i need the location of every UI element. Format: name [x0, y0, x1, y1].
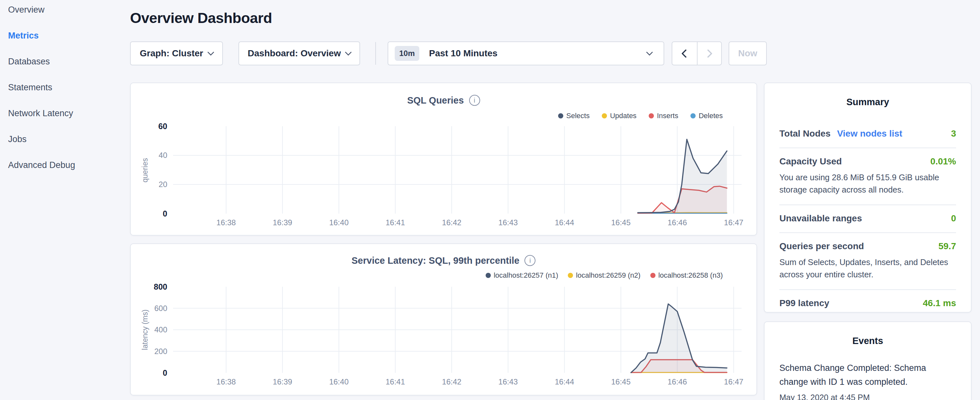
summary-rows: Total Nodes View nodes list 3 Capacity U…: [780, 120, 956, 317]
x-tick-label: 16:43: [485, 377, 531, 386]
legend-item[interactable]: localhost:26257 (n1): [486, 271, 558, 280]
legend-label: localhost:26257 (n1): [494, 271, 558, 280]
chevron-down-icon: [646, 49, 653, 55]
step-forward-button[interactable]: [697, 42, 721, 65]
info-icon[interactable]: i: [469, 95, 480, 106]
step-back-button[interactable]: [672, 42, 697, 65]
legend-item[interactable]: Deletes: [690, 112, 723, 120]
page-title: Overview Dashboard: [130, 10, 272, 27]
summary-row-label: Unavailable ranges: [780, 213, 862, 224]
summary-row-label: Total Nodes: [780, 129, 830, 139]
summary-row-value: 3: [951, 129, 956, 139]
legend-dot-icon: [650, 273, 655, 278]
y-tick-label: 20: [135, 179, 167, 190]
sidebar-item-advanced-debug[interactable]: Advanced Debug: [8, 161, 124, 170]
chart-svg: [173, 126, 741, 214]
summary-row-value: 0: [951, 213, 956, 224]
legend-label: Deletes: [698, 112, 723, 120]
chevron-right-icon: [704, 49, 713, 58]
chart-title: Service Latency: SQL, 99th percentile: [352, 255, 520, 266]
sidebar-item-jobs[interactable]: Jobs: [8, 135, 124, 144]
legend-label: localhost:26258 (n3): [659, 271, 723, 280]
legend-item[interactable]: localhost:26259 (n2): [568, 271, 640, 280]
time-range-dropdown[interactable]: 10m Past 10 Minutes: [388, 41, 664, 65]
chart-legend: SelectsUpdatesInsertsDeletes: [558, 112, 723, 120]
summary-row-description: Sum of Selects, Updates, Inserts, and De…: [780, 256, 956, 280]
legend-label: localhost:26259 (n2): [576, 271, 640, 280]
legend-item[interactable]: Updates: [602, 112, 636, 120]
summary-panel: Summary Total Nodes View nodes list 3 Ca…: [764, 83, 972, 312]
sidebar-item-overview[interactable]: Overview: [8, 5, 124, 14]
now-button[interactable]: Now: [729, 41, 767, 65]
x-tick-label: 16:46: [654, 377, 700, 386]
x-tick-label: 16:44: [542, 377, 587, 386]
summary-row-label: Capacity Used: [780, 156, 842, 167]
event-item-text[interactable]: Schema Change Completed: Schema change w…: [780, 361, 956, 389]
summary-row-unavailable-ranges: Unavailable ranges 0: [780, 204, 956, 233]
x-tick-label: 16:44: [542, 218, 587, 227]
event-item-timestamp: May 13, 2020 at 4:45 PM: [780, 393, 956, 400]
sidebar-item-statements[interactable]: Statements: [8, 83, 124, 92]
legend-dot-icon: [649, 113, 654, 118]
time-range-label: Past 10 Minutes: [429, 48, 642, 59]
x-tick-label: 16:45: [598, 377, 644, 386]
sidebar-nav: Overview Metrics Databases Statements Ne…: [8, 5, 124, 187]
x-tick-label: 16:38: [204, 218, 249, 227]
chart-plot-area: 604020016:3816:3916:4016:4116:4216:4316:…: [173, 126, 741, 214]
legend-dot-icon: [558, 113, 563, 118]
chevron-down-icon: [207, 49, 214, 55]
x-tick-label: 16:39: [260, 377, 305, 386]
summary-row-value: 46.1 ms: [923, 298, 956, 308]
overview-dashboard-page: { "sidebar": { "items": [ { "label": "Ov…: [0, 0, 980, 400]
summary-row-capacity-used: Capacity Used 0.01% You are using 28.6 M…: [780, 148, 956, 204]
x-tick-label: 16:40: [316, 377, 361, 386]
events-title: Events: [780, 322, 956, 346]
y-axis-label: queries: [141, 135, 150, 206]
chart-svg: [173, 287, 741, 373]
legend-dot-icon: [602, 113, 607, 118]
legend-dot-icon: [568, 273, 573, 278]
events-panel: Events Schema Change Completed: Schema c…: [764, 321, 972, 400]
chart-title: SQL Queries: [407, 95, 464, 106]
x-tick-label: 16:41: [373, 377, 418, 386]
y-tick-label: 400: [135, 325, 167, 335]
graph-scope-label: Graph: Cluster: [140, 48, 203, 59]
x-tick-label: 16:46: [654, 218, 700, 227]
summary-row-value: 0.01%: [931, 156, 956, 167]
y-tick-label: 0: [135, 368, 167, 378]
chevron-down-icon: [345, 49, 352, 55]
chevron-left-icon: [681, 49, 690, 58]
y-tick-label: 800: [135, 282, 167, 292]
sidebar-item-databases[interactable]: Databases: [8, 57, 124, 66]
sql-queries-chart-card: SQL Queries i SelectsUpdatesInsertsDelet…: [130, 83, 757, 236]
summary-row-p99-latency: P99 latency 46.1 ms: [780, 289, 956, 317]
legend-item[interactable]: Inserts: [649, 112, 678, 120]
sidebar-item-metrics[interactable]: Metrics: [8, 31, 124, 40]
legend-label: Selects: [566, 112, 590, 120]
x-tick-label: 16:42: [429, 218, 474, 227]
x-tick-label: 16:39: [260, 218, 305, 227]
summary-row-value: 59.7: [939, 241, 956, 252]
time-range-badge: 10m: [395, 46, 419, 61]
sidebar-item-network-latency[interactable]: Network Latency: [8, 109, 124, 118]
x-tick-label: 16:42: [429, 377, 474, 386]
x-tick-label: 16:40: [316, 218, 361, 227]
summary-row-queries-per-second: Queries per second 59.7 Sum of Selects, …: [780, 233, 956, 289]
chart-plot-area: 800600400200016:3816:3916:4016:4116:4216…: [173, 287, 741, 373]
dashboard-dropdown[interactable]: Dashboard: Overview: [239, 41, 360, 65]
controls-divider: [375, 42, 376, 65]
x-tick-label: 16:41: [373, 218, 418, 227]
x-tick-label: 16:38: [204, 377, 249, 386]
summary-row-label: Queries per second: [780, 241, 864, 252]
summary-title: Summary: [780, 83, 956, 107]
view-nodes-list-link[interactable]: View nodes list: [837, 129, 902, 139]
y-tick-label: 60: [135, 121, 167, 131]
chart-legend: localhost:26257 (n1)localhost:26259 (n2)…: [486, 271, 723, 280]
x-tick-label: 16:47: [711, 377, 756, 386]
legend-dot-icon: [486, 273, 491, 278]
info-icon[interactable]: i: [525, 255, 535, 266]
summary-row-description: You are using 28.6 MiB of 515.9 GiB usab…: [780, 171, 956, 196]
legend-item[interactable]: Selects: [558, 112, 590, 120]
legend-item[interactable]: localhost:26258 (n3): [650, 271, 723, 280]
graph-scope-dropdown[interactable]: Graph: Cluster: [130, 41, 223, 65]
